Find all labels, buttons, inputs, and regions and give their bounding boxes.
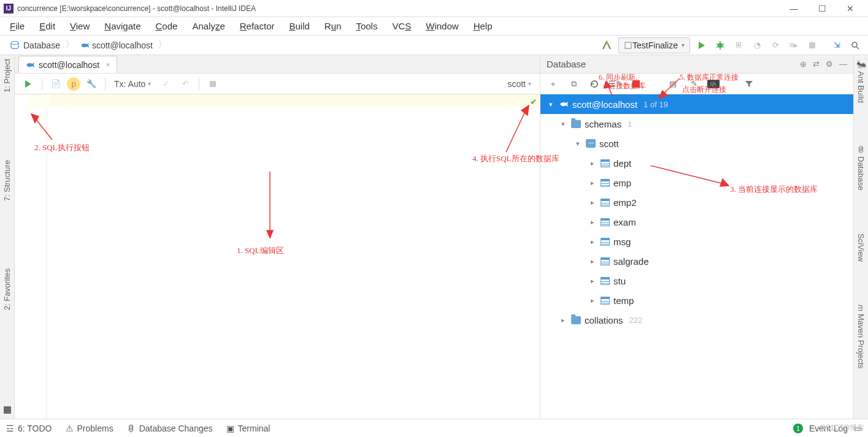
update-project-button[interactable]: ⇲ <box>828 37 846 54</box>
tree-table[interactable]: ▸stu <box>540 271 853 291</box>
rail-sciview[interactable]: SciView <box>856 234 866 262</box>
menu-navigate[interactable]: Navigate <box>97 18 148 34</box>
expand-icon[interactable]: ▾ <box>574 140 582 148</box>
table-icon <box>601 159 610 167</box>
run-config-icon <box>624 41 632 50</box>
database-title: Database <box>547 59 586 69</box>
new-button[interactable]: ＋ <box>545 77 560 91</box>
schema-selector[interactable]: scott▾ <box>507 79 535 89</box>
open-ddl-button[interactable]: QL <box>707 80 720 88</box>
tree-datasource[interactable]: ▾ scott@localhost 1 of 19 <box>540 94 853 114</box>
breadcrumb-root[interactable]: Database <box>4 37 66 53</box>
expand-icon[interactable]: ▸ <box>588 199 597 207</box>
editor-tab-active[interactable]: scott@localhost × <box>18 56 117 73</box>
cancel-query-button[interactable] <box>204 76 221 92</box>
expand-icon[interactable]: ▾ <box>547 101 555 108</box>
menu-view[interactable]: View <box>63 18 97 34</box>
rail-bottom-icon[interactable] <box>4 406 11 414</box>
expand-icon[interactable]: ▸ <box>588 218 597 226</box>
commit-button[interactable]: ✓ <box>157 76 174 92</box>
rollback-button[interactable]: ↶ <box>177 76 194 92</box>
tree-table[interactable]: ▸msg <box>540 232 853 251</box>
close-tab-icon[interactable]: × <box>106 60 110 69</box>
breadcrumb-datasource[interactable]: scott@localhost <box>74 37 159 53</box>
debug-button[interactable] <box>711 37 729 54</box>
profile-button[interactable]: ◔ <box>748 37 766 54</box>
in-editor-results-button[interactable]: p <box>67 77 80 91</box>
tree-table[interactable]: ▸dept <box>540 153 853 173</box>
execute-sql-button[interactable] <box>20 76 37 92</box>
menu-refactor[interactable]: Refactor <box>232 18 282 34</box>
expand-icon[interactable]: ▸ <box>588 257 597 265</box>
coverage-button[interactable]: ⛨ <box>729 37 748 54</box>
disconnect-button[interactable] <box>629 77 643 91</box>
rail-ant[interactable]: 🐜 Ant Build <box>856 59 866 103</box>
split-icon[interactable]: ⇄ <box>813 59 820 69</box>
event-count-badge: 1 <box>793 424 803 433</box>
jump-to-console-button[interactable]: ▤ <box>666 77 680 91</box>
tree-table[interactable]: ▸exam <box>540 212 853 232</box>
expand-icon[interactable]: ▸ <box>588 179 597 187</box>
menu-code[interactable]: Code <box>148 18 185 34</box>
gear-icon[interactable] <box>826 59 833 69</box>
build-project-button[interactable] <box>597 37 616 54</box>
datasource-properties-button[interactable]: ☰✎ <box>608 77 623 91</box>
expand-icon[interactable]: ▸ <box>588 297 597 305</box>
menu-help[interactable]: Help <box>466 18 500 34</box>
refresh-button[interactable] <box>587 77 602 91</box>
menu-analyze[interactable]: Analyze <box>185 18 232 34</box>
run-config-selector[interactable]: TestFinalize ▾ <box>618 37 690 53</box>
status-todo[interactable]: ☲ 6: TODO <box>6 424 52 433</box>
expand-icon[interactable]: ▾ <box>559 120 567 128</box>
menu-tools[interactable]: Tools <box>348 18 385 34</box>
menu-run[interactable]: Run <box>317 18 349 34</box>
expand-icon[interactable]: ▸ <box>588 277 597 285</box>
rail-database[interactable]: 🛢 Database <box>856 146 866 191</box>
edit-data-button[interactable]: ✎ <box>686 77 701 91</box>
menu-file[interactable]: File <box>2 18 32 34</box>
menu-vcs[interactable]: VCS <box>385 18 418 34</box>
search-everywhere-button[interactable] <box>846 37 864 54</box>
tree-table[interactable]: ▸temp <box>540 291 853 310</box>
tree-table[interactable]: ▸salgrade <box>540 251 853 271</box>
settings-button[interactable]: 🔧 <box>83 76 100 92</box>
menu-edit[interactable]: Edit <box>32 18 63 34</box>
tree-table[interactable]: ▸emp2 <box>540 192 853 212</box>
tree-schemas[interactable]: ▾ schemas 1 <box>540 114 853 134</box>
close-button[interactable]: ✕ <box>836 0 864 17</box>
filter-button[interactable] <box>742 77 756 91</box>
rail-favorites[interactable]: 2: Favorites <box>2 268 12 310</box>
sql-editor[interactable]: ✔ <box>15 94 540 419</box>
duplicate-button[interactable]: ⧉ <box>566 77 581 91</box>
table-label: temp <box>613 295 634 306</box>
tree-table[interactable]: ▸emp <box>540 173 853 192</box>
explain-plan-button[interactable]: 📄 <box>47 76 64 92</box>
svg-line-8 <box>722 47 724 47</box>
tx-mode-selector[interactable]: Tx: Auto▾ <box>110 79 155 89</box>
hide-button[interactable]: — <box>839 59 847 69</box>
tree-schema[interactable]: ▾ ⋯ scott <box>540 134 853 153</box>
svg-line-7 <box>716 47 718 47</box>
status-terminal[interactable]: ▣ Terminal <box>226 424 271 433</box>
add-datasource-icon[interactable]: ⊕ <box>800 59 807 69</box>
expand-icon[interactable]: ▸ <box>559 316 567 324</box>
database-tree[interactable]: ▾ scott@localhost 1 of 19 ▾ schemas 1 ▾ … <box>540 94 853 419</box>
menu-build[interactable]: Build <box>282 18 317 34</box>
rail-structure[interactable]: 7: Structure <box>2 160 12 201</box>
tree-collations[interactable]: ▸ collations 222 <box>540 310 853 330</box>
menu-window[interactable]: Window <box>418 18 466 34</box>
memory-indicator-icon[interactable]: ▭ <box>854 424 862 433</box>
rail-maven[interactable]: m Maven Projects <box>856 305 866 368</box>
expand-icon[interactable]: ▸ <box>588 238 597 246</box>
stop-button[interactable] <box>803 37 821 54</box>
maximize-button[interactable]: ☐ <box>808 0 836 17</box>
status-eventlog[interactable]: Event Log <box>809 424 848 433</box>
attach-button[interactable]: ⟳ <box>766 37 785 54</box>
rail-project[interactable]: 1: Project <box>2 59 12 93</box>
expand-icon[interactable]: ▸ <box>588 159 597 167</box>
minimize-button[interactable]: — <box>780 0 808 17</box>
status-problems[interactable]: ⚠ Problems <box>66 424 113 433</box>
run-button[interactable] <box>693 37 711 54</box>
run-anything-button[interactable]: ≡▸ <box>785 37 803 54</box>
status-dbchanges[interactable]: 🛢 Database Changes <box>127 424 213 433</box>
